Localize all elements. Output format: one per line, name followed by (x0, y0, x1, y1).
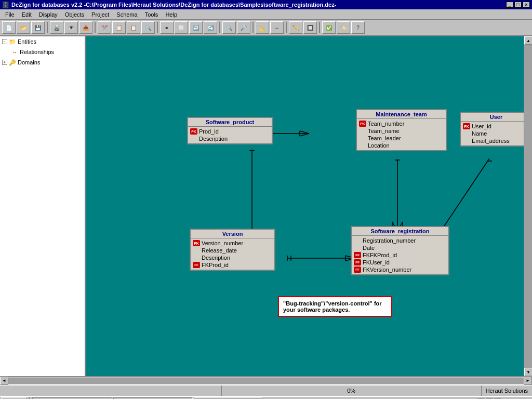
entity-maintenance-team[interactable]: Maintenance_team PK Team_number Team_nam… (356, 109, 447, 151)
save-button[interactable]: 💾 (31, 21, 45, 34)
field-name: Location (368, 142, 390, 149)
undo-button[interactable]: ↩️ (189, 21, 203, 34)
tag-button[interactable]: 🏷️ (337, 21, 350, 34)
field-description: Description (191, 254, 274, 261)
canvas-area[interactable]: Software_product PK Prod_id Description … (86, 36, 524, 376)
separator-5 (252, 22, 254, 33)
cut-button[interactable]: ✂️ (98, 21, 111, 34)
field-name: Name (461, 130, 524, 137)
field-name: Description (199, 136, 228, 142)
menu-bar: File Edit Display Objects Project Schema… (0, 9, 532, 20)
fit-button[interactable]: 📐 (256, 21, 269, 34)
open-button[interactable]: 📂 (17, 21, 30, 34)
field-name: Registration_number (363, 237, 416, 244)
domains-label: Domains (18, 59, 40, 65)
entity-user-fields: PK User_id Name Email_address (461, 122, 524, 145)
separator-1 (47, 22, 48, 33)
status-bar: 0% Heraut Solutions (0, 384, 532, 396)
field-name: Name (472, 130, 487, 137)
find-button[interactable]: 🔍 (141, 21, 155, 34)
paste-button[interactable]: 📋 (127, 21, 140, 34)
new-button[interactable]: 📄 (2, 21, 16, 34)
field-team-leader: Team_leader (357, 135, 446, 142)
field-name: User_id (472, 123, 491, 129)
scroll-up-button[interactable]: ▲ (524, 36, 532, 45)
scroll-left-button[interactable]: ◄ (0, 377, 8, 385)
relation-button[interactable]: ⬜ (175, 21, 188, 34)
separator-3 (157, 22, 158, 33)
hscroll-track[interactable] (8, 378, 524, 384)
zoom-out-button[interactable]: 🔎 (237, 21, 250, 34)
menu-help[interactable]: Help (162, 10, 180, 19)
expand-entities[interactable]: - (2, 39, 7, 44)
separator-2 (95, 22, 96, 33)
print-button[interactable]: 🖨️ (50, 21, 63, 34)
note-box: "Bug-tracking"/"version-control" for you… (278, 296, 392, 317)
entity-user[interactable]: User PK User_id Name Email_address (460, 112, 524, 147)
sidebar-item-relationships[interactable]: ↔ Relationships (0, 47, 85, 57)
check-button[interactable]: ✅ (322, 21, 336, 34)
maximize-button[interactable]: □ (514, 2, 522, 8)
entity-user-title: User (461, 113, 524, 122)
field-location: Location (357, 142, 446, 149)
entity-maintenance-team-title: Maintenance_team (357, 110, 446, 119)
status-right: Heraut Solutions (482, 388, 532, 394)
field-name: Prod_id (199, 128, 219, 135)
domains-icon: 🔑 (8, 58, 17, 66)
sidebar-item-domains[interactable]: + 🔑 Domains (0, 57, 85, 68)
pk-badge: PK (190, 128, 197, 135)
field-fkversion-number: PF FKVersion_number (352, 266, 448, 273)
close-button[interactable]: × (523, 2, 530, 8)
entity-version-fields: PK Version_number Release_date Descripti… (191, 238, 274, 270)
zoom-in-button[interactable]: 🔍 (222, 21, 236, 34)
field-prod-id: PK Prod_id (188, 128, 272, 135)
field-user-id: PK User_id (461, 123, 524, 130)
scroll-track[interactable] (524, 45, 532, 368)
select-button[interactable]: 🔲 (303, 21, 317, 34)
entity-software-registration-fields: Registration_number Date PF FKFKProd_id … (352, 236, 448, 274)
menu-edit[interactable]: Edit (19, 10, 35, 19)
entity-version[interactable]: Version PK Version_number Release_date D… (190, 229, 275, 271)
entities-label: Entities (18, 38, 36, 45)
vertical-scrollbar[interactable]: ▲ ▼ (524, 36, 532, 376)
field-name: FKProd_id (202, 262, 229, 268)
menu-file[interactable]: File (2, 10, 18, 19)
title-text: DeZign for databases v2.2 -C:\Program Fi… (11, 2, 336, 8)
field-name: Team_number (368, 121, 404, 127)
menu-objects[interactable]: Objects (62, 10, 87, 19)
field-name: Email_address (472, 138, 510, 144)
scroll-down-button[interactable]: ▼ (524, 368, 532, 376)
pencil-button[interactable]: ✏️ (289, 21, 302, 34)
entity-button[interactable]: ■ (160, 21, 174, 34)
preview-button[interactable]: 👁️ (64, 21, 78, 34)
help-button[interactable]: ? (351, 21, 365, 34)
title-bar: 🗄️ DeZign for databases v2.2 -C:\Program… (0, 0, 532, 9)
pk-badge: PK (193, 240, 200, 246)
expand-domains[interactable]: + (2, 60, 7, 65)
minimize-button[interactable]: _ (506, 2, 513, 8)
menu-tools[interactable]: Tools (142, 10, 162, 19)
sidebar-item-entities[interactable]: - 📁 Entities (0, 36, 85, 47)
entity-software-product-title: Software_product (188, 118, 272, 127)
separator-7 (319, 22, 320, 33)
entity-software-product[interactable]: Software_product PK Prod_id Description (187, 117, 273, 144)
entity-version-title: Version (191, 230, 274, 238)
resize-button[interactable]: ↔️ (270, 21, 284, 34)
window-controls[interactable]: _ □ × (506, 2, 530, 8)
menu-display[interactable]: Display (36, 10, 61, 19)
status-middle: 0% (222, 385, 482, 396)
export-button[interactable]: 📤 (79, 21, 92, 34)
field-name: FKVersion_number (363, 267, 411, 273)
fk-badge: PF (354, 267, 361, 273)
scroll-right-button[interactable]: ► (524, 377, 532, 385)
entity-software-registration[interactable]: Software_registration Registration_numbe… (351, 226, 449, 275)
app-icon: 🗄️ (2, 2, 9, 8)
menu-project[interactable]: Project (88, 10, 112, 19)
horizontal-scrollbar[interactable]: ◄ ► (0, 376, 532, 384)
copy-button[interactable]: 📋 (112, 21, 126, 34)
menu-schema[interactable]: Schema (113, 10, 140, 19)
redo-button[interactable]: ↪️ (204, 21, 217, 34)
field-description: Description (188, 135, 272, 142)
field-name: Description (202, 255, 230, 261)
relationships-label: Relationships (20, 49, 54, 55)
